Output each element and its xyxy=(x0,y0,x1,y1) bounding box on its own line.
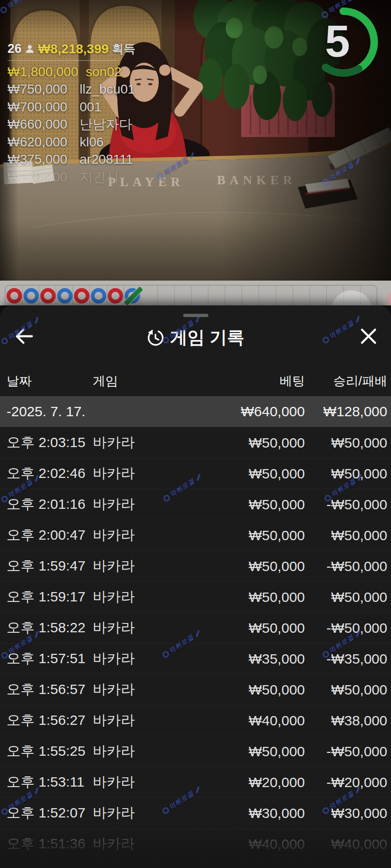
history-row: 오후 2:00:47바카라₩50,000₩50,000 xyxy=(0,520,391,551)
summary-row: -2025. 7. 17. ₩640,000 ₩128,000 xyxy=(0,396,391,427)
winner-name: 001 xyxy=(80,100,102,115)
history-row: 오후 1:58:22바카라₩50,000-₩50,000 xyxy=(0,613,391,644)
row-date: 오후 1:52:07 xyxy=(7,803,87,823)
winner-name: ar208111 xyxy=(80,152,133,167)
row-winlose: ₩40,000 xyxy=(305,836,387,852)
row-winlose: ₩50,000 xyxy=(305,435,387,451)
page-title: 게임 기록 xyxy=(170,326,244,349)
row-date: 오후 1:58:22 xyxy=(7,618,87,637)
winner-row: ₩375,000ar208111 xyxy=(7,151,135,169)
red-bead-icon xyxy=(40,288,56,304)
row-date: 오후 1:53:11 xyxy=(7,773,87,792)
close-button[interactable] xyxy=(357,325,380,347)
live-video-area: PLAYER BANKER xyxy=(0,0,391,281)
road-cell xyxy=(158,286,175,305)
winner-name: son02 xyxy=(86,65,121,80)
road-cell xyxy=(6,286,22,305)
row-bet: ₩40,000 xyxy=(230,836,305,852)
winners-count: 26 xyxy=(7,42,22,56)
app-screen: PLAYER BANKER xyxy=(0,0,391,868)
road-cell xyxy=(90,286,107,305)
row-game: 바카라 xyxy=(87,680,230,699)
row-bet: ₩50,000 xyxy=(230,744,305,760)
row-date: 오후 2:00:47 xyxy=(7,526,87,545)
column-header-date: 날짜 xyxy=(7,373,87,390)
history-row: 오후 1:51:36바카라₩40,000₩40,000 xyxy=(0,829,391,860)
row-winlose: -₩50,000 xyxy=(305,558,387,574)
blue-bead-icon xyxy=(57,288,73,304)
blue-bead-icon xyxy=(23,288,39,304)
winner-name: 지긴시 xyxy=(80,168,119,186)
summary-date: -2025. 7. 17. xyxy=(7,404,147,420)
winner-row: ₩370,000지긴시 xyxy=(7,168,135,186)
row-date: 오후 1:59:47 xyxy=(7,557,87,576)
road-cell xyxy=(208,286,225,305)
game-history-panel: 게임 기록 날짜 게임 베팅 승리/패배 -2025. 7. 17. ₩640,… xyxy=(0,305,391,868)
row-game: 바카라 xyxy=(87,433,230,452)
row-date: 오후 2:01:16 xyxy=(7,495,87,514)
row-bet: ₩20,000 xyxy=(230,774,305,790)
row-game: 바카라 xyxy=(87,711,230,730)
row-bet: ₩50,000 xyxy=(230,466,305,482)
road-cell xyxy=(56,286,73,305)
row-game: 바카라 xyxy=(87,834,230,854)
row-bet: ₩50,000 xyxy=(230,589,305,605)
row-bet: ₩50,000 xyxy=(230,497,305,513)
row-date: 오후 1:57:51 xyxy=(7,649,87,668)
row-bet: ₩50,000 xyxy=(230,558,305,574)
row-date: 오후 1:51:36 xyxy=(7,834,87,854)
row-bet: ₩35,000 xyxy=(230,651,305,667)
road-cell xyxy=(124,286,141,305)
road-cell xyxy=(225,286,242,305)
row-game: 바카라 xyxy=(87,526,230,545)
history-rows[interactable]: 오후 2:03:15바카라₩50,000₩50,000오후 2:02:46바카라… xyxy=(0,427,391,868)
road-cell xyxy=(39,286,56,305)
history-row: 오후 1:53:11바카라₩20,000-₩20,000 xyxy=(0,767,391,798)
close-icon xyxy=(357,325,380,347)
row-game: 바카라 xyxy=(87,618,230,637)
row-date: 오후 1:59:17 xyxy=(7,587,87,607)
row-winlose: ₩30,000 xyxy=(305,805,387,821)
road-cell xyxy=(310,286,327,305)
winner-amount: ₩1,800,000 xyxy=(7,65,78,80)
row-date: 오후 2:03:15 xyxy=(7,433,87,452)
row-game: 바카라 xyxy=(87,495,230,514)
road-cell xyxy=(242,286,259,305)
history-row: 오후 2:03:15바카라₩50,000₩50,000 xyxy=(0,427,391,458)
row-bet: ₩50,000 xyxy=(230,528,305,543)
row-bet: ₩50,000 xyxy=(230,435,305,451)
winners-divider xyxy=(7,60,119,61)
row-date: 오후 1:56:57 xyxy=(7,680,87,699)
row-bet: ₩30,000 xyxy=(230,805,305,821)
column-header-game: 게임 xyxy=(87,373,230,390)
winner-amount: ₩370,000 xyxy=(7,170,72,185)
row-game: 바카라 xyxy=(87,742,230,761)
history-row: 오후 1:56:57바카라₩50,000₩50,000 xyxy=(0,674,391,705)
bead-road xyxy=(5,285,377,305)
history-row: 오후 2:01:16바카라₩50,000-₩50,000 xyxy=(0,489,391,520)
bead-road-strip xyxy=(0,281,391,305)
summary-bet-total: ₩640,000 xyxy=(230,404,305,420)
row-game: 바카라 xyxy=(87,803,230,823)
row-winlose: -₩35,000 xyxy=(305,651,387,667)
row-game: 바카라 xyxy=(87,773,230,792)
winner-amount: ₩620,000 xyxy=(7,135,72,150)
panel-title-row: 게임 기록 xyxy=(0,326,391,349)
row-winlose: ₩38,000 xyxy=(305,713,387,729)
winner-name: 난남자다 xyxy=(80,116,132,133)
road-cell xyxy=(22,286,39,305)
history-clock-icon xyxy=(147,329,164,347)
countdown-timer: 5 xyxy=(325,19,350,64)
history-row: 오후 2:02:46바카라₩50,000₩50,000 xyxy=(0,458,391,489)
road-cell xyxy=(107,286,124,305)
winner-name: llz_bcu01 xyxy=(80,82,135,97)
winner-row: ₩1,800,000son02 xyxy=(7,63,135,81)
road-cell xyxy=(141,286,158,305)
winners-suffix: 획득 xyxy=(112,41,135,57)
table-column-headers: 날짜 게임 베팅 승리/패배 xyxy=(0,371,391,391)
winner-row: ₩660,000난남자다 xyxy=(7,116,135,134)
row-game: 바카라 xyxy=(87,464,230,483)
row-game: 바카라 xyxy=(87,557,230,576)
winner-amount: ₩375,000 xyxy=(7,152,72,167)
drag-handle[interactable] xyxy=(183,314,208,317)
